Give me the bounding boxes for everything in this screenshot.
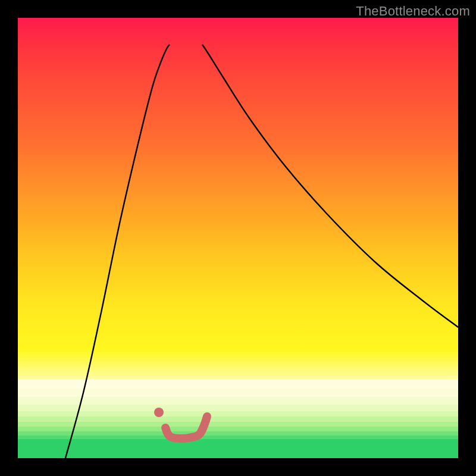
watermark-text: TheBottleneck.com (356, 4, 470, 19)
right-curve (202, 45, 458, 327)
chart-plot-area (18, 18, 458, 458)
highlight-marker-dot (154, 408, 164, 417)
highlight-marker-path (165, 416, 207, 439)
left-curve (65, 45, 170, 458)
chart-svg (18, 18, 458, 458)
